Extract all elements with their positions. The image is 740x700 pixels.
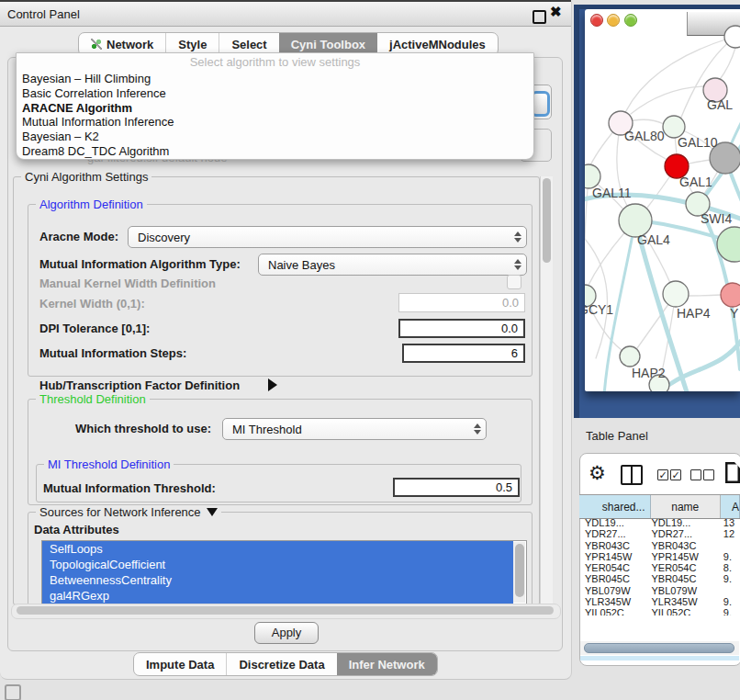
mi-type-combo[interactable]: Naive Bayes — [258, 254, 527, 276]
column-header-partial[interactable]: A — [721, 495, 740, 518]
sources-group-title[interactable]: Sources for Network Inference — [36, 505, 221, 519]
algorithm-item-basic-correlation-inference[interactable]: Basic Correlation Inference — [17, 86, 533, 101]
dropdown-placeholder: Select algorithm to view settings — [17, 53, 533, 72]
select-all-checkbox-icon[interactable]: ✓ — [670, 469, 681, 480]
settings-horizontal-scrollbar[interactable] — [11, 604, 561, 619]
data-attributes-list[interactable]: SelfLoopsTopologicalCoefficientBetweenne… — [41, 540, 527, 604]
table-row[interactable]: YBL079WYBL079W — [579, 585, 740, 596]
mi-threshold-group-title: MI Threshold Definition — [44, 457, 174, 471]
attribute-item-betweennesscentrality[interactable]: BetweennessCentrality — [42, 572, 513, 588]
hub-definition-label: Hub/Transcription Factor Definition — [39, 378, 240, 392]
network-node-label: GAL80 — [624, 129, 665, 143]
combo-spinner-icon — [510, 231, 526, 243]
table-cell: YPR145W — [648, 551, 720, 562]
select-all-checkbox-icon[interactable]: ✓ — [657, 469, 668, 480]
frame-shadow-left — [574, 5, 579, 418]
table-body: YDL19...YDL19...13YDR27...YDR27...12YBR0… — [579, 517, 740, 615]
network-node-hap2[interactable] — [620, 346, 640, 367]
collapse-arrow-icon — [207, 508, 218, 516]
algorithm-item-bayesian-hill-climbing[interactable]: Bayesian – Hill Climbing — [17, 72, 533, 86]
float-window-icon[interactable] — [533, 10, 546, 24]
network-node[interactable] — [724, 26, 740, 48]
column-header-name[interactable]: name — [651, 495, 721, 518]
aracne-mode-value: Discovery — [129, 231, 510, 244]
table-row[interactable]: YDR27...YDR27...12 — [579, 528, 740, 539]
bottom-tabstrip: Impute DataDiscretize DataInfer Network — [133, 652, 438, 676]
mi-threshold-field[interactable]: 0.5 — [393, 478, 520, 497]
expand-arrow-icon[interactable] — [268, 378, 277, 391]
network-edge — [689, 295, 721, 296]
tab-impute-data[interactable]: Impute Data — [134, 653, 226, 675]
network-node-y[interactable] — [721, 283, 740, 307]
panel-title: Control Panel — [0, 7, 80, 21]
algorithm-list: Bayesian – Hill ClimbingBasic Correlatio… — [17, 72, 533, 159]
table-cell: YLR345W — [579, 596, 648, 607]
tab-infer-network[interactable]: Infer Network — [337, 653, 437, 675]
aracne-mode-combo[interactable]: Discovery — [128, 226, 527, 248]
network-node-label: HAP2 — [632, 366, 666, 380]
collapsed-panel-icon[interactable] — [5, 684, 21, 700]
manual-kernel-label: Manual Kernel Width Definition — [39, 277, 216, 290]
combo-spinner-icon — [510, 259, 526, 270]
settings-group-title: Cyni Algorithm Settings — [21, 170, 151, 184]
mi-type-label: Mutual Information Algorithm Type: — [39, 257, 241, 271]
table-row[interactable]: YDL19...YDL19...13 — [579, 517, 740, 528]
table-cell: YIL052C — [579, 607, 648, 615]
attribute-item-topologicalcoefficient[interactable]: TopologicalCoefficient — [42, 557, 513, 572]
which-threshold-value: MI Threshold — [223, 423, 469, 436]
table-cell: YIL052C — [648, 607, 720, 615]
network-edge — [719, 48, 735, 81]
dpi-tolerance-field[interactable]: 0.0 — [398, 319, 525, 338]
manual-kernel-checkbox[interactable] — [507, 275, 521, 289]
table-cell: YBR045C — [579, 573, 648, 584]
table-cell: YDR27... — [648, 528, 720, 539]
network-node-label: SWI4 — [701, 211, 732, 226]
table-cell: YDL19... — [648, 517, 720, 528]
network-edge — [631, 86, 703, 114]
settings-vertical-scrollbar[interactable] — [540, 176, 553, 604]
deselect-checkbox-icon[interactable] — [703, 469, 714, 480]
table-row[interactable]: YPR145WYPR145W9. — [579, 551, 740, 562]
algorithm-item-bayesian-k2[interactable]: Bayesian – K2 — [17, 130, 533, 144]
network-node-label: GAL10 — [678, 135, 718, 150]
algorithm-dropdown-popup: Select algorithm to view settings Bayesi… — [16, 52, 534, 160]
column-header-shared-name[interactable]: shared... — [579, 495, 651, 518]
network-node-label: GCY1 — [585, 302, 613, 317]
table-cell: YER054C — [579, 562, 648, 573]
kernel-width-label: Kernel Width (0,1): — [39, 297, 145, 310]
mi-steps-label: Mutual Information Steps: — [39, 346, 186, 360]
aracne-mode-label: Aracne Mode: — [39, 230, 118, 243]
table-cell: 9. — [721, 596, 740, 607]
network-graph: GALGAL80GAL10GAL1GAL11SWI4GAL4GCY1HAP4YH… — [585, 9, 740, 391]
apply-button[interactable]: Apply — [254, 622, 319, 644]
list-scrollbar[interactable] — [513, 542, 525, 603]
table-row[interactable]: YER054CYER054C8. — [579, 562, 740, 573]
gear-icon[interactable]: ⚙ — [589, 462, 606, 484]
algorithm-item-mutual-information-inference[interactable]: Mutual Information Inference — [17, 115, 533, 130]
attribute-item-selfloops[interactable]: SelfLoops — [42, 541, 513, 557]
table-cell: YBL079W — [648, 585, 720, 596]
network-icon — [91, 39, 102, 50]
network-node-hap4[interactable] — [663, 281, 689, 307]
table-cell: YBL079W — [579, 585, 648, 596]
table-row[interactable]: YIL052CYIL052C9. — [579, 607, 740, 615]
table-header: shared... name A — [579, 494, 740, 519]
algorithm-item-aracne-algorithm[interactable]: ARACNE Algorithm — [17, 101, 533, 116]
mi-steps-field[interactable]: 6 — [402, 344, 525, 363]
deselect-checkbox-icon[interactable] — [690, 469, 701, 480]
table-cell: 8. — [721, 562, 740, 573]
table-cell: 9. — [721, 551, 740, 562]
table-row[interactable]: YBR045CYBR045C9. — [579, 573, 740, 584]
close-icon[interactable]: ✖ — [550, 4, 562, 20]
table-row[interactable]: YBR043CYBR043C — [579, 540, 740, 551]
split-columns-icon[interactable] — [621, 465, 643, 485]
attribute-item-gal4rgexp[interactable]: gal4RGexp — [42, 588, 513, 604]
table-horizontal-scrollbar[interactable] — [580, 641, 739, 655]
network-node-label: HAP4 — [677, 306, 711, 321]
table-footer-strip — [580, 656, 739, 660]
table-row[interactable]: YLR345WYLR345W9. — [579, 596, 740, 607]
table-cell: YLR345W — [648, 596, 720, 607]
which-threshold-combo[interactable]: MI Threshold — [222, 418, 487, 440]
algorithm-item-dream8-dc-tdc-algorithm[interactable]: Dream8 DC_TDC Algorithm — [17, 144, 533, 159]
tab-discretize-data[interactable]: Discretize Data — [226, 653, 336, 675]
